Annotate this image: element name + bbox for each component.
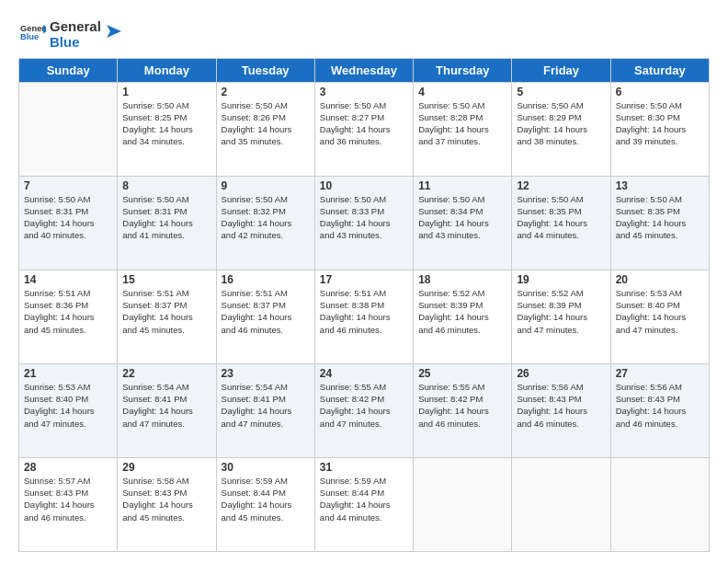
day-number: 1 [122, 86, 210, 98]
day-number: 6 [616, 86, 704, 98]
weekday-header: Friday [512, 58, 610, 82]
calendar-day-cell [610, 457, 709, 551]
calendar-day-cell: 29Sunrise: 5:58 AMSunset: 8:43 PMDayligh… [118, 457, 216, 551]
calendar-week-row: 7Sunrise: 5:50 AMSunset: 8:31 PMDaylight… [19, 176, 710, 270]
calendar-day-cell: 23Sunrise: 5:54 AMSunset: 8:41 PMDayligh… [216, 363, 314, 457]
calendar-day-cell: 14Sunrise: 5:51 AMSunset: 8:36 PMDayligh… [19, 270, 118, 363]
calendar-week-row: 28Sunrise: 5:57 AMSunset: 8:43 PMDayligh… [19, 457, 710, 551]
day-info: Sunrise: 5:50 AMSunset: 8:30 PMDaylight:… [616, 99, 704, 148]
day-info: Sunrise: 5:50 AMSunset: 8:26 PMDaylight:… [222, 99, 310, 148]
day-info: Sunrise: 5:59 AMSunset: 8:44 PMDaylight:… [222, 475, 310, 523]
calendar-day-cell [414, 457, 512, 551]
calendar-day-cell: 13Sunrise: 5:50 AMSunset: 8:35 PMDayligh… [610, 176, 709, 270]
svg-text:Blue: Blue [20, 32, 39, 41]
day-info: Sunrise: 5:52 AMSunset: 8:39 PMDaylight:… [418, 287, 506, 336]
calendar-day-cell: 25Sunrise: 5:55 AMSunset: 8:42 PMDayligh… [414, 363, 512, 457]
svg-text:General: General [20, 24, 46, 33]
calendar-day-cell: 19Sunrise: 5:52 AMSunset: 8:39 PMDayligh… [512, 270, 610, 363]
logo: General Blue General Blue [18, 18, 123, 51]
calendar-header-row: SundayMondayTuesdayWednesdayThursdayFrid… [19, 58, 710, 82]
day-info: Sunrise: 5:50 AMSunset: 8:31 PMDaylight:… [24, 193, 112, 242]
day-number: 23 [222, 367, 310, 380]
day-number: 3 [320, 86, 408, 98]
day-info: Sunrise: 5:54 AMSunset: 8:41 PMDaylight:… [122, 381, 210, 430]
day-info: Sunrise: 5:56 AMSunset: 8:43 PMDaylight:… [616, 381, 704, 430]
day-info: Sunrise: 5:55 AMSunset: 8:42 PMDaylight:… [418, 381, 506, 430]
day-number: 22 [122, 367, 210, 380]
day-number: 9 [222, 179, 310, 192]
calendar-day-cell: 18Sunrise: 5:52 AMSunset: 8:39 PMDayligh… [414, 270, 512, 363]
calendar-day-cell: 26Sunrise: 5:56 AMSunset: 8:43 PMDayligh… [512, 363, 610, 457]
calendar-week-row: 21Sunrise: 5:53 AMSunset: 8:40 PMDayligh… [19, 363, 710, 457]
day-info: Sunrise: 5:50 AMSunset: 8:28 PMDaylight:… [418, 99, 506, 148]
calendar-day-cell: 30Sunrise: 5:59 AMSunset: 8:44 PMDayligh… [216, 457, 314, 551]
calendar-day-cell: 21Sunrise: 5:53 AMSunset: 8:40 PMDayligh… [19, 363, 118, 457]
day-number: 20 [616, 273, 704, 286]
day-number: 27 [616, 367, 704, 380]
day-number: 13 [616, 179, 704, 192]
calendar-day-cell: 11Sunrise: 5:50 AMSunset: 8:34 PMDayligh… [414, 176, 512, 270]
day-info: Sunrise: 5:53 AMSunset: 8:40 PMDaylight:… [24, 381, 112, 430]
day-number: 4 [418, 86, 506, 98]
calendar-day-cell: 4Sunrise: 5:50 AMSunset: 8:28 PMDaylight… [414, 82, 512, 176]
day-info: Sunrise: 5:58 AMSunset: 8:43 PMDaylight:… [122, 475, 210, 523]
day-info: Sunrise: 5:50 AMSunset: 8:35 PMDaylight:… [517, 193, 605, 242]
day-info: Sunrise: 5:54 AMSunset: 8:41 PMDaylight:… [222, 381, 310, 430]
day-number: 25 [418, 367, 506, 380]
logo-icon: General Blue [20, 19, 46, 45]
day-number: 29 [122, 461, 210, 474]
day-number: 11 [418, 179, 506, 192]
calendar-day-cell: 20Sunrise: 5:53 AMSunset: 8:40 PMDayligh… [610, 270, 709, 363]
day-info: Sunrise: 5:57 AMSunset: 8:43 PMDaylight:… [24, 475, 112, 523]
weekday-header: Wednesday [314, 58, 413, 82]
day-number: 12 [517, 179, 605, 192]
day-info: Sunrise: 5:51 AMSunset: 8:37 PMDaylight:… [122, 287, 210, 336]
calendar-day-cell: 17Sunrise: 5:51 AMSunset: 8:38 PMDayligh… [314, 270, 413, 363]
calendar-table: SundayMondayTuesdayWednesdayThursdayFrid… [18, 58, 710, 553]
day-number: 28 [24, 461, 112, 474]
calendar-day-cell: 12Sunrise: 5:50 AMSunset: 8:35 PMDayligh… [512, 176, 610, 270]
svg-marker-3 [107, 25, 121, 38]
day-number: 31 [320, 461, 408, 474]
logo-line2: Blue [50, 34, 101, 50]
weekday-header: Monday [118, 58, 216, 82]
day-number: 2 [222, 86, 310, 98]
day-number: 16 [222, 273, 310, 286]
calendar-day-cell: 28Sunrise: 5:57 AMSunset: 8:43 PMDayligh… [19, 457, 118, 551]
day-info: Sunrise: 5:52 AMSunset: 8:39 PMDaylight:… [517, 287, 605, 336]
calendar-day-cell: 1Sunrise: 5:50 AMSunset: 8:25 PMDaylight… [118, 82, 216, 176]
day-info: Sunrise: 5:59 AMSunset: 8:44 PMDaylight:… [320, 475, 408, 523]
weekday-header: Saturday [610, 58, 709, 82]
day-info: Sunrise: 5:50 AMSunset: 8:25 PMDaylight:… [122, 99, 210, 148]
calendar-week-row: 14Sunrise: 5:51 AMSunset: 8:36 PMDayligh… [19, 270, 710, 363]
day-info: Sunrise: 5:50 AMSunset: 8:32 PMDaylight:… [222, 193, 310, 242]
calendar-day-cell [512, 457, 610, 551]
logo-arrow-icon [103, 21, 123, 41]
logo-line1: General [50, 18, 101, 34]
day-number: 18 [418, 273, 506, 286]
day-number: 8 [122, 179, 210, 192]
day-number: 5 [517, 86, 605, 98]
day-info: Sunrise: 5:51 AMSunset: 8:36 PMDaylight:… [24, 287, 112, 336]
calendar-day-cell: 3Sunrise: 5:50 AMSunset: 8:27 PMDaylight… [314, 82, 413, 176]
day-info: Sunrise: 5:50 AMSunset: 8:31 PMDaylight:… [122, 193, 210, 242]
weekday-header: Sunday [19, 58, 118, 82]
calendar-day-cell: 27Sunrise: 5:56 AMSunset: 8:43 PMDayligh… [610, 363, 709, 457]
calendar-day-cell: 9Sunrise: 5:50 AMSunset: 8:32 PMDaylight… [216, 176, 314, 270]
day-info: Sunrise: 5:50 AMSunset: 8:29 PMDaylight:… [517, 99, 605, 148]
day-number: 26 [517, 367, 605, 380]
day-info: Sunrise: 5:50 AMSunset: 8:27 PMDaylight:… [320, 99, 408, 148]
day-number: 15 [122, 273, 210, 286]
calendar-day-cell [19, 82, 118, 176]
day-number: 21 [24, 367, 112, 380]
weekday-header: Thursday [414, 58, 512, 82]
calendar-day-cell: 6Sunrise: 5:50 AMSunset: 8:30 PMDaylight… [610, 82, 709, 176]
day-info: Sunrise: 5:53 AMSunset: 8:40 PMDaylight:… [616, 287, 704, 336]
calendar-day-cell: 5Sunrise: 5:50 AMSunset: 8:29 PMDaylight… [512, 82, 610, 176]
day-info: Sunrise: 5:56 AMSunset: 8:43 PMDaylight:… [517, 381, 605, 430]
day-info: Sunrise: 5:55 AMSunset: 8:42 PMDaylight:… [320, 381, 408, 430]
day-number: 10 [320, 179, 408, 192]
calendar-day-cell: 2Sunrise: 5:50 AMSunset: 8:26 PMDaylight… [216, 82, 314, 176]
day-info: Sunrise: 5:51 AMSunset: 8:38 PMDaylight:… [320, 287, 408, 336]
day-number: 19 [517, 273, 605, 286]
